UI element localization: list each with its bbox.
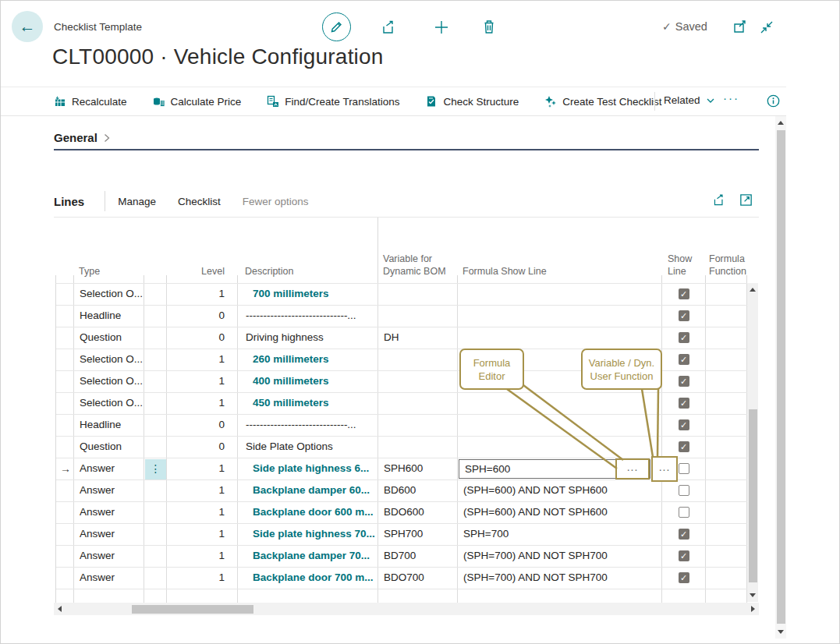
cell-description[interactable]: Backplane door 700 m... xyxy=(238,568,378,589)
cell-description[interactable]: -----------------------------... xyxy=(238,415,378,436)
cell-selector[interactable] xyxy=(56,524,74,545)
table-scrollbar-thumb[interactable] xyxy=(749,409,757,582)
column-header-formula-function[interactable]: Formula Function xyxy=(709,253,746,278)
cell-show-line[interactable]: ✓ xyxy=(662,284,706,305)
cell-row-menu[interactable] xyxy=(144,546,167,567)
cell-type[interactable]: Question xyxy=(74,327,144,349)
show-line-checkbox-checked[interactable]: ✓ xyxy=(679,354,689,365)
action-check-structure[interactable]: Check Structure xyxy=(425,95,519,108)
cell-selector[interactable] xyxy=(56,415,74,436)
cell-formula[interactable] xyxy=(458,415,662,436)
cell-show-line[interactable]: ✓ xyxy=(662,393,706,414)
row-menu-button[interactable]: ⋮ xyxy=(145,459,166,479)
cell-level[interactable]: 1 xyxy=(167,393,238,414)
cell-level[interactable]: 1 xyxy=(167,480,238,501)
show-line-checkbox-checked[interactable]: ✓ xyxy=(679,419,689,430)
cell-show-line[interactable] xyxy=(662,480,706,501)
show-line-checkbox-unchecked[interactable] xyxy=(679,507,689,518)
cell-selector[interactable] xyxy=(56,393,74,414)
cell-show-line[interactable] xyxy=(662,502,706,523)
cell-row-menu[interactable]: ⋮ xyxy=(144,458,167,479)
cell-function[interactable] xyxy=(706,480,747,501)
cell-selector[interactable] xyxy=(56,480,74,501)
cell-row-menu[interactable] xyxy=(144,349,167,370)
back-button[interactable]: ← xyxy=(12,11,43,42)
cell-row-menu[interactable] xyxy=(144,437,167,458)
cell-show-line[interactable]: ✓ xyxy=(662,437,706,458)
page-vertical-scrollbar[interactable] xyxy=(775,116,786,639)
action-recalculate[interactable]: Recalculate xyxy=(54,95,127,108)
cell-description[interactable]: -----------------------------... xyxy=(238,306,378,327)
action-create-test-checklist[interactable]: Create Test Checklist xyxy=(544,95,661,108)
menu-checklist[interactable]: Checklist xyxy=(178,196,221,207)
related-menu-button[interactable]: Related xyxy=(664,94,715,106)
cell-type[interactable]: Answer xyxy=(74,480,144,501)
cell-description[interactable]: Side plate highness 6... xyxy=(238,458,378,479)
cell-show-line[interactable]: ✓ xyxy=(662,524,706,545)
cell-variable[interactable] xyxy=(378,393,458,414)
cell-function[interactable] xyxy=(706,327,747,349)
show-line-checkbox-unchecked[interactable] xyxy=(679,463,689,474)
cell-type[interactable]: Answer xyxy=(74,458,144,479)
cell-formula[interactable]: (SPH=700) AND NOT SPH700 xyxy=(458,568,662,589)
open-in-new-window-button[interactable] xyxy=(732,19,748,35)
cell-level[interactable]: 0 xyxy=(167,306,238,327)
scroll-left-arrow[interactable] xyxy=(58,606,62,612)
cell-description[interactable]: 450 millimeters xyxy=(238,393,378,414)
cell-variable[interactable] xyxy=(378,415,458,436)
cell-row-menu[interactable] xyxy=(144,502,167,523)
cell-formula[interactable]: (SPH=600) AND NOT SPH600 xyxy=(458,502,662,523)
cell-description[interactable]: Backplane door 600 m... xyxy=(238,502,378,523)
cell-type[interactable]: Answer xyxy=(74,524,144,545)
show-line-checkbox-checked[interactable]: ✓ xyxy=(679,310,689,321)
show-line-checkbox-checked[interactable]: ✓ xyxy=(679,529,689,540)
cell-show-line[interactable]: ✓ xyxy=(662,349,706,370)
show-line-checkbox-checked[interactable]: ✓ xyxy=(679,288,689,299)
cell-level[interactable]: 1 xyxy=(167,502,238,523)
cell-type[interactable]: Selection O... xyxy=(74,284,144,305)
cell-function[interactable] xyxy=(706,437,747,458)
cell-row-menu[interactable] xyxy=(144,327,167,349)
cell-selector[interactable] xyxy=(56,306,74,327)
variable-function-assist-button[interactable]: ... xyxy=(651,456,678,482)
cell-function[interactable] xyxy=(706,458,747,479)
cell-description[interactable]: Backplane damper 60... xyxy=(238,480,378,501)
cell-formula[interactable]: (SPH=700) AND NOT SPH700 xyxy=(458,546,662,567)
column-header-level[interactable]: Level xyxy=(166,265,225,278)
cell-show-line[interactable]: ✓ xyxy=(662,568,706,589)
cell-row-menu[interactable] xyxy=(144,480,167,501)
column-header-description[interactable]: Description xyxy=(245,265,294,278)
cell-function[interactable] xyxy=(706,349,747,370)
cell-function[interactable] xyxy=(706,415,747,436)
column-header-formula-show-line[interactable]: Formula Show Line xyxy=(463,265,547,278)
cell-function[interactable] xyxy=(706,306,747,327)
cell-variable[interactable] xyxy=(378,349,458,370)
cell-row-menu[interactable] xyxy=(144,524,167,545)
cell-level[interactable]: 1 xyxy=(167,284,238,305)
cell-formula[interactable] xyxy=(458,327,662,349)
column-header-type[interactable]: Type xyxy=(79,265,100,278)
cell-selector[interactable] xyxy=(56,371,74,392)
cell-function[interactable] xyxy=(706,502,747,523)
scroll-down-arrow[interactable] xyxy=(778,630,784,634)
cell-type[interactable]: Answer xyxy=(74,568,144,589)
cell-description[interactable]: 260 millimeters xyxy=(238,349,378,370)
scroll-up-arrow[interactable] xyxy=(778,121,784,125)
cell-variable[interactable]: SPH600 xyxy=(378,458,458,479)
cell-show-line[interactable]: ✓ xyxy=(662,546,706,567)
cell-formula[interactable]: (SPH=600) AND NOT SPH600 xyxy=(458,480,662,501)
fewer-options-button[interactable]: Fewer options xyxy=(243,196,309,207)
action-calculate-price[interactable]: Calculate Price xyxy=(153,95,242,108)
cell-level[interactable]: 0 xyxy=(167,437,238,458)
lines-share-button[interactable] xyxy=(712,193,727,207)
cell-selector[interactable] xyxy=(56,568,74,589)
cell-show-line[interactable]: ✓ xyxy=(662,306,706,327)
cell-formula[interactable]: ...... xyxy=(458,458,662,479)
page-scrollbar-thumb[interactable] xyxy=(777,130,785,624)
cell-type[interactable]: Selection O... xyxy=(74,393,144,414)
cell-description[interactable]: Driving highness xyxy=(238,327,378,349)
table-vertical-scrollbar[interactable] xyxy=(747,283,758,602)
cell-variable[interactable] xyxy=(378,306,458,327)
cell-function[interactable] xyxy=(706,568,747,589)
cell-level[interactable]: 0 xyxy=(167,415,238,436)
